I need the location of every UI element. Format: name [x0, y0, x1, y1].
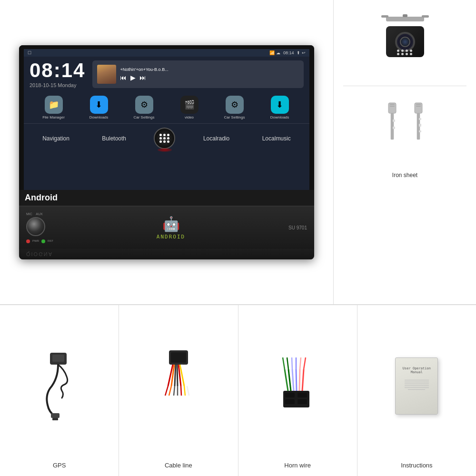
svg-line-25: [175, 365, 176, 386]
music-title: +Nothin'+on+You-B.o.B...: [120, 67, 168, 72]
mic-label: MIC AUX: [26, 212, 43, 216]
controls-row: ⏮ ▶ ⏭: [120, 74, 168, 81]
camera-lens: [395, 32, 415, 52]
knob-area: MIC AUX PWR RST: [26, 212, 53, 243]
svg-line-36: [187, 386, 189, 396]
svg-rect-14: [419, 118, 421, 120]
app-car-settings-1[interactable]: ⚙ Car Settings: [130, 96, 159, 119]
accessory-gps: GPS: [0, 305, 119, 476]
svg-line-45: [296, 369, 297, 391]
iron-sheet-svg: [377, 100, 434, 172]
nav-row: Navigation Buletooth: [24, 123, 309, 153]
screen-bezel: ☐ 📶 ☁ 08:14 ⬆ ↩ 08:14: [19, 45, 314, 190]
main-container: ☐ 📶 ☁ 08:14 ⬆ ↩ 08:14: [0, 0, 476, 476]
next-button[interactable]: ⏭: [139, 74, 146, 81]
nav-localradio[interactable]: Localradio: [198, 133, 234, 144]
unit-shadow: QIOGNA: [19, 249, 314, 259]
instructions-image: User Operation Manual: [362, 315, 471, 457]
horn-image: [243, 315, 352, 457]
svg-line-30: [165, 386, 168, 396]
app-label-file-manager: File Manager: [42, 115, 65, 119]
app-video[interactable]: 🎬 video: [175, 96, 204, 119]
file-manager-icon: 📁: [45, 96, 63, 114]
nav-localmusic[interactable]: Localmusic: [258, 133, 296, 144]
music-player[interactable]: +Nothin'+on+You-B.o.B... ⏮ ▶ ⏭: [92, 60, 304, 88]
screen-display[interactable]: 08:14 2018-10-15 Monday +Nothin'+on+You-…: [24, 57, 309, 190]
video-icon: 🎬: [180, 96, 198, 114]
manual-visual: User Operation Manual: [395, 357, 438, 415]
camera-body: [386, 26, 424, 57]
svg-rect-6: [390, 106, 395, 107]
svg-line-46: [299, 369, 300, 391]
album-art: [97, 65, 116, 84]
svg-line-26: [177, 365, 178, 386]
top-section: ☐ 📶 ☁ 08:14 ⬆ ↩ 08:14: [0, 0, 476, 305]
accessory-cable: Cable line: [119, 305, 238, 476]
svg-rect-19: [51, 413, 60, 418]
manual-lines: [399, 380, 434, 391]
svg-rect-3: [403, 14, 407, 17]
app-file-manager[interactable]: 📁 File Manager: [40, 96, 68, 119]
bottom-section: GPS: [0, 305, 476, 476]
svg-rect-2: [422, 15, 429, 18]
time-weather-area: 08:14 2018-10-15 Monday +Nothin'+on+You-…: [24, 57, 309, 92]
status-time: 08:14: [283, 50, 294, 55]
date-display: 2018-10-15 Monday: [30, 82, 85, 88]
app-icons-row: 📁 File Manager ⬇ Downloads ⚙ Car Setting…: [24, 92, 309, 123]
app-label-downloads-2: Downloads: [270, 115, 289, 119]
svg-rect-39: [298, 393, 307, 397]
svg-line-44: [292, 369, 294, 391]
nav-center-button[interactable]: [154, 128, 175, 149]
svg-rect-7: [391, 113, 394, 139]
manual-title: User Operation Manual: [399, 367, 434, 374]
car-unit-area: ☐ 📶 ☁ 08:14 ⬆ ↩ 08:14: [0, 0, 333, 305]
accessory-instructions: User Operation Manual Instructions: [357, 305, 476, 476]
horn-label: Horn wire: [284, 462, 311, 469]
svg-rect-40: [285, 399, 295, 404]
app-label-video: video: [185, 115, 194, 119]
volume-knob[interactable]: [26, 217, 45, 236]
cable-image: [124, 315, 233, 457]
rst-button[interactable]: [41, 239, 45, 243]
nav-bluetooth[interactable]: Buletooth: [97, 133, 131, 144]
unit-model: SU 9701: [288, 225, 307, 230]
svg-line-34: [181, 386, 181, 396]
center-dots: [159, 134, 170, 143]
downloads-1-icon: ⬇: [90, 96, 108, 114]
time-block: 08:14 2018-10-15 Monday: [30, 60, 85, 88]
svg-line-48: [283, 357, 285, 369]
status-icons: 📶 ☁: [269, 50, 280, 55]
svg-rect-38: [285, 393, 295, 397]
music-controls: +Nothin'+on+You-B.o.B... ⏮ ▶ ⏭: [120, 67, 168, 81]
iron-sheet-area: Iron sheet: [377, 100, 434, 178]
prev-button[interactable]: ⏮: [120, 74, 127, 81]
camera-leds: [397, 50, 413, 55]
rst-label: RST: [48, 239, 53, 243]
downloads-2-icon: ⬇: [271, 96, 289, 114]
cable-label: Cable line: [165, 462, 192, 469]
android-label-bar: Android: [19, 190, 314, 206]
app-downloads-1[interactable]: ⬇ Downloads: [85, 96, 113, 119]
pwr-label: PWR: [32, 239, 39, 243]
pwr-button[interactable]: [26, 239, 30, 243]
app-label-downloads-1: Downloads: [89, 115, 109, 119]
svg-line-49: [287, 357, 288, 369]
svg-rect-11: [416, 104, 421, 105]
svg-line-42: [285, 369, 288, 391]
android-reflected-text: QIOGNA: [26, 251, 307, 257]
android-unit-text: ANDROID: [157, 234, 185, 240]
car-settings-2-icon: ⚙: [226, 96, 244, 114]
svg-line-32: [174, 386, 175, 396]
svg-line-35: [184, 386, 185, 396]
unit-body: MIC AUX PWR RST 🤖 ANDROID SU 9: [19, 206, 314, 249]
status-arrows: ⬆ ↩: [297, 50, 306, 55]
play-button[interactable]: ▶: [130, 74, 136, 81]
svg-line-52: [300, 357, 301, 369]
camera-image: [367, 14, 443, 71]
svg-rect-12: [416, 106, 421, 107]
svg-line-53: [304, 357, 306, 369]
nav-navigation[interactable]: Navigation: [38, 133, 74, 144]
app-car-settings-2[interactable]: ⚙ Car Settings: [220, 96, 249, 119]
app-downloads-2[interactable]: ⬇ Downloads: [266, 96, 294, 119]
svg-rect-20: [52, 418, 58, 420]
